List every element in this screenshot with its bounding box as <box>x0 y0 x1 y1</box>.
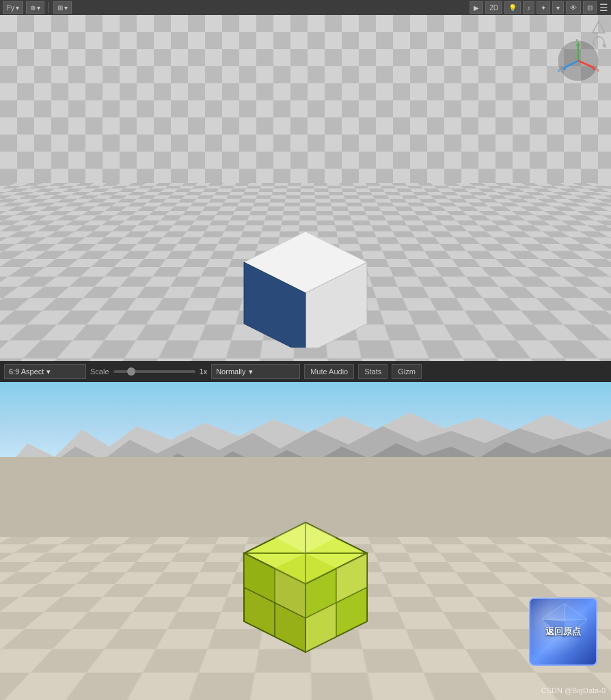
svg-text:y: y <box>575 39 578 42</box>
aspect-label: 6:9 Aspect <box>9 367 44 376</box>
toolbar-right-buttons: ▶ 2D 💡 ♪ ✦ ▾ 👁 ⊟ <box>470 1 597 14</box>
dropdown-arrow2: ▾ <box>37 4 40 12</box>
view-btn[interactable]: ▾ <box>552 1 564 14</box>
separator-1 <box>49 2 49 13</box>
svg-marker-48 <box>565 604 587 621</box>
normally-arrow: ▾ <box>249 367 253 376</box>
pivot-icon: ⊕ <box>30 4 36 12</box>
grid-icon: ⊞ <box>57 4 63 12</box>
return-origin-btn[interactable]: 返回原点 <box>529 598 597 666</box>
scale-value: 1x <box>200 367 208 376</box>
stats-btn[interactable]: Stats <box>358 364 388 379</box>
gizmos-btn[interactable]: Gizm <box>392 364 422 379</box>
dropdown-arrow3: ▾ <box>64 4 68 12</box>
hamburger-icon: ☰ <box>599 2 608 13</box>
scene-orientation <box>592 20 606 50</box>
normally-dropdown[interactable]: Normally ▾ <box>211 364 300 379</box>
aspect-dropdown-arrow: ▾ <box>46 367 51 376</box>
svg-text:z: z <box>558 67 560 73</box>
mute-audio-label: Mute Audio <box>310 367 348 376</box>
grid-btn[interactable]: ⊞ ▾ <box>53 1 72 14</box>
scale-label: Scale <box>90 367 109 376</box>
transform-mode-btn[interactable]: Fy ▾ <box>3 1 23 14</box>
top-toolbar: Fy ▾ ⊕ ▾ ⊞ ▾ ▶ 2D 💡 ♪ ✦ ▾ 👁 ⊟ ☰ <box>0 0 611 15</box>
scale-slider[interactable] <box>113 370 195 373</box>
scale-slider-thumb <box>127 367 135 376</box>
mode-2d-btn[interactable]: 2D <box>485 1 502 14</box>
dropdown-arrow: ▾ <box>16 4 19 12</box>
gizmos-label: Gizm <box>398 367 416 376</box>
svg-marker-13 <box>593 21 605 33</box>
scene-view: y x z <box>0 15 611 361</box>
game-view: 返回原点 CSDN @BigData-0 <box>0 382 611 700</box>
return-btn-text: 返回原点 <box>545 626 581 638</box>
layers-btn[interactable]: ⊟ <box>583 1 597 14</box>
mute-audio-btn[interactable]: Mute Audio <box>304 364 354 379</box>
pivot-btn[interactable]: ⊕ ▾ <box>26 1 44 14</box>
svg-text:x: x <box>597 67 599 73</box>
play-btn[interactable]: ▶ <box>470 1 483 14</box>
persp-icon <box>592 20 606 34</box>
rotate-icon <box>592 36 606 50</box>
normally-label: Normally <box>216 367 245 376</box>
transform-icon: Fy <box>7 4 14 12</box>
game-yellow-cube <box>223 512 388 662</box>
scene-white-cube <box>237 225 374 348</box>
hamburger-menu[interactable]: ☰ <box>599 2 608 13</box>
aspect-dropdown[interactable]: 6:9 Aspect ▾ <box>4 364 86 379</box>
game-controls-toolbar: 6:9 Aspect ▾ Scale 1x Normally ▾ Mute Au… <box>0 361 611 382</box>
csdn-watermark: CSDN @BigData-0 <box>541 686 606 695</box>
audio-btn[interactable]: ♪ <box>523 1 534 14</box>
eye-btn[interactable]: 👁 <box>566 1 581 14</box>
stats-label: Stats <box>364 367 381 376</box>
fx-btn[interactable]: ✦ <box>537 1 550 14</box>
light-btn[interactable]: 💡 <box>504 1 521 14</box>
